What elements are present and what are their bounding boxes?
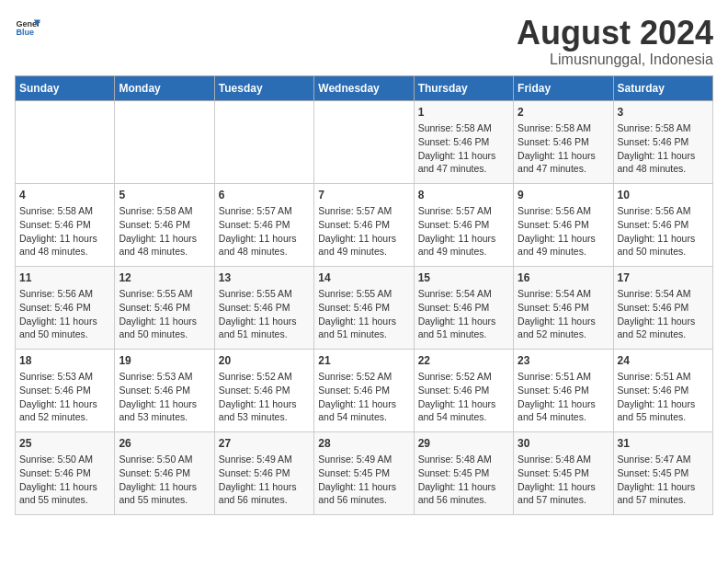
day-cell: [214, 100, 313, 183]
day-cell: 1Sunrise: 5:58 AM Sunset: 5:46 PM Daylig…: [414, 100, 513, 183]
day-number: 14: [318, 270, 409, 286]
day-cell: 9Sunrise: 5:56 AM Sunset: 5:46 PM Daylig…: [514, 183, 613, 266]
day-info: Sunrise: 5:48 AM Sunset: 5:45 PM Dayligh…: [518, 453, 609, 507]
day-cell: 21Sunrise: 5:52 AM Sunset: 5:46 PM Dayli…: [314, 349, 414, 431]
day-number: 1: [418, 105, 509, 121]
day-info: Sunrise: 5:58 AM Sunset: 5:46 PM Dayligh…: [119, 204, 210, 259]
week-row-2: 11Sunrise: 5:56 AM Sunset: 5:46 PM Dayli…: [16, 266, 713, 349]
day-cell: 23Sunrise: 5:51 AM Sunset: 5:46 PM Dayli…: [514, 349, 613, 431]
week-row-0: 1Sunrise: 5:58 AM Sunset: 5:46 PM Daylig…: [16, 100, 713, 183]
day-info: Sunrise: 5:49 AM Sunset: 5:46 PM Dayligh…: [219, 453, 310, 507]
day-number: 8: [418, 188, 509, 203]
day-cell: 22Sunrise: 5:52 AM Sunset: 5:46 PM Dayli…: [414, 349, 513, 431]
day-cell: 3Sunrise: 5:58 AM Sunset: 5:46 PM Daylig…: [613, 100, 712, 183]
day-cell: 13Sunrise: 5:55 AM Sunset: 5:46 PM Dayli…: [214, 266, 313, 349]
day-cell: 25Sunrise: 5:50 AM Sunset: 5:46 PM Dayli…: [16, 431, 115, 514]
subtitle: Limusnunggal, Indonesia: [517, 52, 713, 68]
day-info: Sunrise: 5:58 AM Sunset: 5:46 PM Dayligh…: [418, 121, 509, 176]
day-number: 11: [19, 270, 110, 286]
col-header-tuesday: Tuesday: [214, 75, 313, 100]
day-info: Sunrise: 5:50 AM Sunset: 5:46 PM Dayligh…: [119, 453, 210, 507]
day-info: Sunrise: 5:53 AM Sunset: 5:46 PM Dayligh…: [119, 370, 210, 424]
day-cell: 10Sunrise: 5:56 AM Sunset: 5:46 PM Dayli…: [613, 183, 712, 266]
col-header-monday: Monday: [115, 75, 214, 100]
day-info: Sunrise: 5:56 AM Sunset: 5:46 PM Dayligh…: [618, 204, 709, 259]
col-header-wednesday: Wednesday: [314, 75, 414, 100]
day-info: Sunrise: 5:49 AM Sunset: 5:45 PM Dayligh…: [318, 453, 409, 507]
day-info: Sunrise: 5:58 AM Sunset: 5:46 PM Dayligh…: [518, 121, 609, 176]
day-cell: 14Sunrise: 5:55 AM Sunset: 5:46 PM Dayli…: [314, 266, 414, 349]
day-cell: 27Sunrise: 5:49 AM Sunset: 5:46 PM Dayli…: [214, 431, 313, 514]
day-cell: 30Sunrise: 5:48 AM Sunset: 5:45 PM Dayli…: [514, 431, 613, 514]
day-info: Sunrise: 5:48 AM Sunset: 5:45 PM Dayligh…: [418, 453, 509, 507]
day-number: 6: [219, 188, 310, 203]
day-cell: 26Sunrise: 5:50 AM Sunset: 5:46 PM Dayli…: [115, 431, 214, 514]
svg-text:Blue: Blue: [16, 28, 34, 37]
day-number: 22: [418, 353, 509, 369]
day-number: 20: [219, 353, 310, 369]
day-info: Sunrise: 5:56 AM Sunset: 5:46 PM Dayligh…: [19, 287, 110, 341]
day-info: Sunrise: 5:57 AM Sunset: 5:46 PM Dayligh…: [418, 204, 509, 259]
week-row-3: 18Sunrise: 5:53 AM Sunset: 5:46 PM Dayli…: [16, 349, 713, 431]
day-info: Sunrise: 5:56 AM Sunset: 5:46 PM Dayligh…: [518, 204, 609, 259]
page-header: General Blue August 2024 Limusnunggal, I…: [15, 15, 713, 68]
day-number: 26: [119, 436, 210, 452]
col-header-saturday: Saturday: [613, 75, 712, 100]
week-row-1: 4Sunrise: 5:58 AM Sunset: 5:46 PM Daylig…: [16, 183, 713, 266]
day-info: Sunrise: 5:55 AM Sunset: 5:46 PM Dayligh…: [119, 287, 210, 341]
day-info: Sunrise: 5:58 AM Sunset: 5:46 PM Dayligh…: [618, 121, 709, 176]
day-info: Sunrise: 5:55 AM Sunset: 5:46 PM Dayligh…: [318, 287, 409, 341]
day-number: 18: [19, 353, 110, 369]
day-info: Sunrise: 5:57 AM Sunset: 5:46 PM Dayligh…: [318, 204, 409, 259]
day-info: Sunrise: 5:52 AM Sunset: 5:46 PM Dayligh…: [418, 370, 509, 424]
day-number: 29: [418, 436, 509, 452]
day-cell: 24Sunrise: 5:51 AM Sunset: 5:46 PM Dayli…: [613, 349, 712, 431]
calendar-table: SundayMondayTuesdayWednesdayThursdayFrid…: [15, 75, 713, 515]
day-number: 16: [518, 270, 609, 286]
day-number: 10: [618, 188, 709, 203]
day-cell: [314, 100, 414, 183]
day-cell: 31Sunrise: 5:47 AM Sunset: 5:45 PM Dayli…: [613, 431, 712, 514]
logo: General Blue: [15, 15, 40, 40]
week-row-4: 25Sunrise: 5:50 AM Sunset: 5:46 PM Dayli…: [16, 431, 713, 514]
day-number: 13: [219, 270, 310, 286]
day-number: 25: [19, 436, 110, 452]
day-info: Sunrise: 5:51 AM Sunset: 5:46 PM Dayligh…: [518, 370, 609, 424]
day-info: Sunrise: 5:54 AM Sunset: 5:46 PM Dayligh…: [618, 287, 709, 341]
day-info: Sunrise: 5:51 AM Sunset: 5:46 PM Dayligh…: [618, 370, 709, 424]
day-info: Sunrise: 5:55 AM Sunset: 5:46 PM Dayligh…: [219, 287, 310, 341]
day-number: 4: [19, 188, 110, 203]
col-header-friday: Friday: [514, 75, 613, 100]
day-number: 12: [119, 270, 210, 286]
day-info: Sunrise: 5:54 AM Sunset: 5:46 PM Dayligh…: [518, 287, 609, 341]
day-info: Sunrise: 5:53 AM Sunset: 5:46 PM Dayligh…: [19, 370, 110, 424]
title-block: August 2024 Limusnunggal, Indonesia: [517, 15, 713, 68]
day-info: Sunrise: 5:50 AM Sunset: 5:46 PM Dayligh…: [19, 453, 110, 507]
day-cell: 28Sunrise: 5:49 AM Sunset: 5:45 PM Dayli…: [314, 431, 414, 514]
day-cell: 19Sunrise: 5:53 AM Sunset: 5:46 PM Dayli…: [115, 349, 214, 431]
day-number: 3: [618, 105, 709, 121]
day-cell: 29Sunrise: 5:48 AM Sunset: 5:45 PM Dayli…: [414, 431, 513, 514]
day-cell: 7Sunrise: 5:57 AM Sunset: 5:46 PM Daylig…: [314, 183, 414, 266]
day-cell: 12Sunrise: 5:55 AM Sunset: 5:46 PM Dayli…: [115, 266, 214, 349]
day-cell: 18Sunrise: 5:53 AM Sunset: 5:46 PM Dayli…: [16, 349, 115, 431]
day-cell: 15Sunrise: 5:54 AM Sunset: 5:46 PM Dayli…: [414, 266, 513, 349]
day-info: Sunrise: 5:54 AM Sunset: 5:46 PM Dayligh…: [418, 287, 509, 341]
day-number: 7: [318, 188, 409, 203]
day-number: 21: [318, 353, 409, 369]
day-number: 9: [518, 188, 609, 203]
day-cell: 6Sunrise: 5:57 AM Sunset: 5:46 PM Daylig…: [214, 183, 313, 266]
day-number: 15: [418, 270, 509, 286]
day-cell: [115, 100, 214, 183]
day-cell: 5Sunrise: 5:58 AM Sunset: 5:46 PM Daylig…: [115, 183, 214, 266]
day-number: 23: [518, 353, 609, 369]
day-number: 24: [618, 353, 709, 369]
day-number: 31: [618, 436, 709, 452]
col-header-sunday: Sunday: [16, 75, 115, 100]
day-info: Sunrise: 5:52 AM Sunset: 5:46 PM Dayligh…: [219, 370, 310, 424]
header-row: SundayMondayTuesdayWednesdayThursdayFrid…: [16, 75, 713, 100]
col-header-thursday: Thursday: [414, 75, 513, 100]
day-number: 2: [518, 105, 609, 121]
day-cell: 11Sunrise: 5:56 AM Sunset: 5:46 PM Dayli…: [16, 266, 115, 349]
logo-icon: General Blue: [15, 15, 40, 40]
